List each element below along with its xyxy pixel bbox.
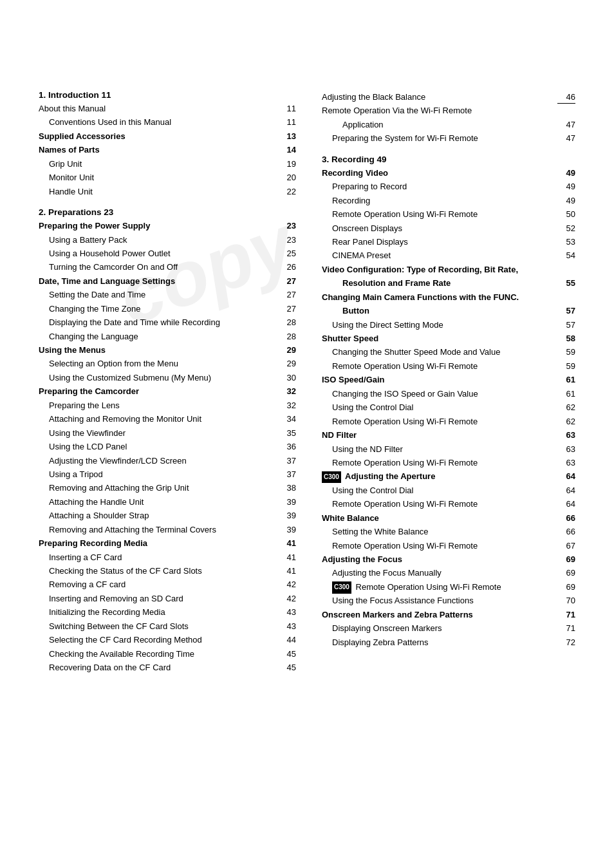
toc-entry: Adjusting the Viewfinder/LCD Screen 37	[39, 454, 296, 467]
toc-entry: Attaching the Handle Unit 39	[39, 495, 296, 509]
entry-label: Using the Focus Assistance Functions	[332, 594, 563, 607]
toc-entry: Using the Customized Submenu (My Menu) 3…	[39, 371, 296, 384]
entry-label: Attaching and Removing the Monitor Unit	[49, 412, 283, 426]
entry-label: Using the Control Dial	[332, 401, 563, 414]
toc-entry: Checking the Available Recording Time 45	[39, 647, 296, 661]
entry-label: Preparing the Lens	[49, 399, 283, 412]
entry-page: 41	[287, 551, 296, 564]
toc-entry: Adjusting the Focus 69	[322, 552, 575, 566]
toc-entry: Inserting and Removing an SD Card 42	[39, 592, 296, 605]
toc-entry: Removing and Attaching the Grip Unit 38	[39, 481, 296, 495]
entry-page: 11	[287, 115, 296, 129]
entry-label: C300 Remote Operation Using Wi-Fi Remote	[332, 580, 563, 594]
toc-entry: Switching Between the CF Card Slots 43	[39, 619, 296, 633]
toc-entry: Preparing the Lens 32	[39, 399, 296, 412]
entry-page: 58	[566, 332, 575, 345]
entry-page: 52	[566, 222, 575, 235]
toc-entry: Preparing to Record 49	[322, 180, 575, 193]
entry-page: 45	[287, 647, 296, 661]
toc-entry: Monitor Unit 20	[39, 171, 296, 184]
entry-label: Adjusting the Black Balance	[322, 90, 563, 104]
toc-entry: Displaying Zebra Patterns 72	[322, 636, 575, 649]
entry-label: About this Manual	[39, 102, 283, 115]
page: copy 1. Introduction 11 About this Manua…	[0, 0, 614, 868]
entry-page: 43	[287, 605, 296, 619]
entry-page: 11	[287, 102, 296, 115]
c300-badge: C300	[332, 581, 351, 594]
entry-label: Removing and Attaching the Terminal Cove…	[49, 523, 283, 536]
entry-page: 36	[287, 440, 296, 453]
entry-label: Preparing to Record	[332, 180, 563, 193]
toc-entry: Displaying the Date and Time while Recor…	[39, 316, 296, 329]
toc-entry: Video Configuration: Type of Recording, …	[322, 263, 575, 276]
entry-label: ISO Speed/Gain	[322, 373, 563, 386]
entry-label: Conventions Used in this Manual	[49, 115, 283, 129]
toc-entry: Using the LCD Panel 36	[39, 440, 296, 453]
entry-page: 49	[566, 166, 575, 180]
toc-entry: Names of Parts 14	[39, 143, 296, 156]
toc-entry: Using the Direct Setting Mode 57	[322, 318, 575, 332]
toc-entry: White Balance 66	[322, 511, 575, 525]
entry-label: Using a Household Power Outlet	[49, 247, 283, 260]
entry-page: 55	[566, 276, 575, 290]
entry-label: Inserting a CF Card	[49, 551, 283, 564]
entry-label: Checking the Status of the CF Card Slots	[49, 564, 283, 578]
toc-entry: Removing a CF card 42	[39, 578, 296, 591]
entry-page: 47	[566, 131, 575, 145]
entry-label: Onscreen Markers and Zebra Patterns	[322, 608, 563, 621]
toc-entry: Preparing Recording Media 41	[39, 536, 296, 550]
entry-page: 38	[287, 481, 296, 495]
toc-entry: Conventions Used in this Manual 11	[39, 115, 296, 129]
entry-label: Changing the Time Zone	[49, 302, 283, 316]
entry-page: 27	[287, 288, 296, 301]
entry-page: 57	[566, 318, 575, 332]
toc-entry: Remote Operation Using Wi-Fi Remote 59	[322, 359, 575, 373]
toc-entry: Changing the Time Zone 27	[39, 302, 296, 316]
entry-label: Displaying Onscreen Markers	[332, 621, 563, 635]
entry-page: 41	[287, 536, 296, 550]
entry-label: Using the Menus	[39, 343, 283, 357]
entry-page: 45	[287, 661, 296, 674]
entry-page: 29	[287, 357, 296, 370]
entry-page: 19	[287, 157, 296, 171]
entry-label: Using the Direct Setting Mode	[332, 318, 563, 332]
entry-page: 20	[287, 171, 296, 184]
entry-label: Changing Main Camera Functions with the …	[322, 290, 575, 304]
entry-page: 69	[566, 552, 575, 566]
toc-entry: Supplied Accessories 13	[39, 129, 296, 143]
entry-label: Switching Between the CF Card Slots	[49, 619, 283, 633]
entry-page: 66	[566, 525, 575, 538]
entry-page: 44	[287, 633, 296, 646]
toc-entry: About this Manual 11	[39, 102, 296, 115]
entry-label: Remote Operation Using Wi-Fi Remote	[332, 415, 563, 428]
section-header: 3. Recording 49	[322, 155, 575, 164]
toc-entry: C300 Adjusting the Aperture 64	[322, 469, 575, 483]
toc-entry: Adjusting the Black Balance 46	[322, 90, 575, 104]
toc-entry: Grip Unit 19	[39, 157, 296, 171]
toc-entry: Changing the Shutter Speed Mode and Valu…	[322, 345, 575, 359]
entry-page: 59	[566, 359, 575, 373]
toc-entry: Rear Panel Displays 53	[322, 235, 575, 249]
entry-page: 25	[287, 247, 296, 260]
entry-label: Remote Operation Via the Wi-Fi Remote	[322, 104, 575, 117]
entry-page: 43	[287, 619, 296, 633]
entry-label: Attaching a Shoulder Strap	[49, 509, 283, 522]
section-header: 2. Preparations 23	[39, 207, 296, 217]
toc-entry: Initializing the Recording Media 43	[39, 605, 296, 619]
entry-label: Using the LCD Panel	[49, 440, 283, 453]
entry-label: Shutter Speed	[322, 332, 563, 345]
entry-page: 46	[566, 90, 575, 104]
entry-label: Changing the ISO Speed or Gain Value	[332, 387, 563, 401]
entry-page: 35	[287, 426, 296, 440]
entry-page: 66	[566, 511, 575, 525]
entry-page: 27	[287, 274, 296, 288]
entry-label: Changing the Language	[49, 330, 283, 343]
entry-page: 63	[566, 456, 575, 469]
entry-label: Selecting an Option from the Menu	[49, 357, 283, 370]
entry-page: 63	[566, 442, 575, 456]
toc-entry: Using the Focus Assistance Functions 70	[322, 594, 575, 607]
toc-entry: Remote Operation Using Wi-Fi Remote 67	[322, 539, 575, 552]
entry-label: Rear Panel Displays	[332, 235, 563, 249]
entry-label: Grip Unit	[49, 157, 283, 171]
toc-entry: Attaching a Shoulder Strap 39	[39, 509, 296, 522]
